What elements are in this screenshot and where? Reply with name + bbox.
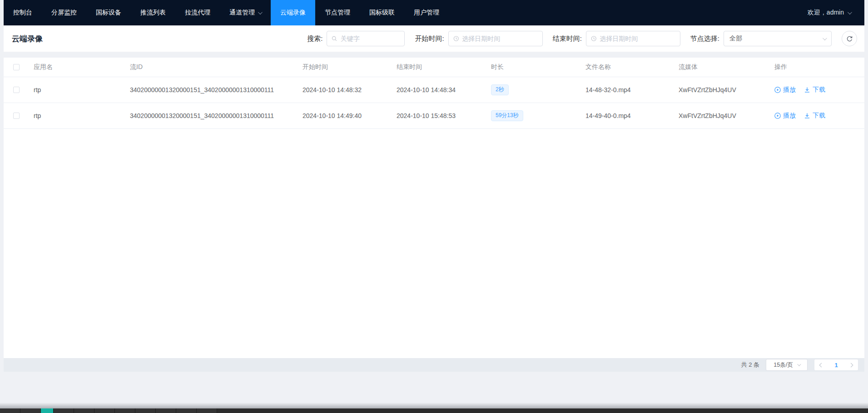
taskbar-segment[interactable] (0, 408, 20, 413)
cell-app: rtp (29, 86, 125, 93)
cell-end-time: 2024-10-10 14:48:34 (392, 86, 486, 93)
pager: 1 (814, 359, 858, 371)
download-button[interactable]: 下载 (804, 112, 825, 120)
cell-file-name: 14-49-40-0.mp4 (581, 112, 674, 119)
row-checkbox-cell (4, 113, 29, 119)
clock-icon (591, 35, 597, 42)
page-size-value: 15条/页 (774, 361, 793, 369)
node-select-value: 全部 (729, 34, 742, 43)
table-empty-space (4, 129, 864, 358)
page-title: 云端录像 (12, 34, 43, 44)
cell-app: rtp (29, 112, 125, 119)
taskbar-segment[interactable] (74, 408, 94, 413)
taskbar (0, 408, 868, 413)
next-page-icon[interactable] (849, 363, 853, 367)
end-time-input-wrapper (586, 31, 680, 46)
table-row: rtp 34020000001320000151_340200000013100… (4, 103, 864, 129)
nav-item-split-screen-monitor[interactable]: 分屏监控 (42, 0, 86, 25)
play-label: 播放 (783, 86, 796, 94)
search-input-wrapper (327, 31, 405, 46)
app-window: 控制台 分屏监控 国标设备 推流列表 拉流代理 通道管理 云端录像 节点管理 国… (4, 0, 864, 372)
search-label: 搜索: (307, 34, 322, 43)
duration-badge: 2秒 (491, 84, 509, 95)
search-icon (332, 35, 337, 42)
cell-actions: 播放 下载 (770, 112, 864, 120)
taskbar-segment[interactable] (156, 408, 176, 413)
filter-toolbar: 云端录像 搜索: 开始时间: 结束时间: (4, 25, 864, 52)
taskbar-segment[interactable] (197, 408, 217, 413)
welcome-text: 欢迎，admin (808, 9, 844, 17)
top-nav: 控制台 分屏监控 国标设备 推流列表 拉流代理 通道管理 云端录像 节点管理 国… (4, 0, 864, 25)
page-size-select[interactable]: 15条/页 (766, 359, 808, 371)
cell-media-server: XwFtVZrtZbHJq4UV (674, 112, 770, 119)
download-icon (804, 113, 810, 119)
row-checkbox[interactable] (13, 113, 20, 119)
nav-item-cloud-recording[interactable]: 云端录像 (271, 0, 315, 25)
nav-item-label: 通道管理 (229, 9, 255, 17)
start-time-label: 开始时间: (415, 34, 444, 43)
col-header-stream-id: 流ID (125, 63, 298, 71)
nav-item-gb-cascade[interactable]: 国标级联 (360, 0, 404, 25)
start-time-input-wrapper (448, 31, 543, 46)
recordings-table-card: 应用名 流ID 开始时间 结束时间 时长 文件名称 流媒体 操作 rtp 340… (4, 58, 864, 372)
nav-item-node-management[interactable]: 节点管理 (315, 0, 360, 25)
cell-stream-id: 34020000001320000151_3402000000131000011… (125, 112, 298, 119)
play-button[interactable]: 播放 (774, 86, 796, 94)
taskbar-segment[interactable] (115, 408, 135, 413)
cell-start-time: 2024-10-10 14:48:32 (298, 86, 392, 93)
nav-item-user-management[interactable]: 用户管理 (404, 0, 449, 25)
col-header-app: 应用名 (29, 63, 125, 71)
clock-icon (453, 35, 459, 42)
node-select-label: 节点选择: (690, 34, 719, 43)
col-header-media-server: 流媒体 (674, 63, 770, 71)
end-time-label: 结束时间: (553, 34, 582, 43)
chevron-down-icon (258, 10, 263, 15)
prev-page-icon[interactable] (819, 363, 824, 367)
search-group: 搜索: (307, 31, 405, 46)
search-input[interactable] (341, 35, 400, 42)
start-time-input[interactable] (462, 35, 537, 42)
download-button[interactable]: 下载 (804, 86, 825, 94)
play-circle-icon (774, 113, 781, 119)
download-icon (804, 87, 810, 93)
select-all-checkbox[interactable] (13, 64, 20, 70)
header-checkbox-cell (4, 64, 29, 70)
chevron-down-icon (823, 36, 827, 40)
nav-item-gb-devices[interactable]: 国标设备 (86, 0, 131, 25)
cell-media-server: XwFtVZrtZbHJq4UV (674, 86, 770, 93)
nav-item-pull-stream-proxy[interactable]: 拉流代理 (175, 0, 220, 25)
nav-item-push-stream-list[interactable]: 推流列表 (131, 0, 175, 25)
taskbar-segment[interactable] (20, 408, 41, 413)
taskbar-shadow (0, 403, 868, 408)
refresh-button[interactable] (842, 31, 857, 46)
play-circle-icon (774, 87, 781, 93)
col-header-actions: 操作 (770, 63, 864, 71)
taskbar-spacer (217, 408, 868, 413)
cell-end-time: 2024-10-10 15:48:53 (392, 112, 486, 119)
cell-file-name: 14-48-32-0.mp4 (581, 86, 674, 93)
taskbar-segment-active[interactable] (41, 408, 54, 413)
cell-actions: 播放 下载 (770, 86, 864, 94)
play-button[interactable]: 播放 (774, 112, 796, 120)
end-time-input[interactable] (600, 35, 675, 42)
cell-duration: 2秒 (486, 84, 581, 95)
taskbar-segment[interactable] (94, 408, 115, 413)
user-menu[interactable]: 欢迎，admin (808, 0, 864, 25)
node-select[interactable]: 全部 (724, 31, 832, 46)
nav-item-channel-management[interactable]: 通道管理 (220, 0, 271, 25)
nav-item-console[interactable]: 控制台 (4, 0, 42, 25)
taskbar-segment[interactable] (54, 408, 74, 413)
taskbar-segment[interactable] (176, 408, 197, 413)
current-page[interactable]: 1 (834, 362, 838, 369)
cell-start-time: 2024-10-10 14:49:40 (298, 112, 392, 119)
col-header-start-time: 开始时间 (298, 63, 392, 71)
end-time-group: 结束时间: (553, 31, 680, 46)
row-checkbox[interactable] (13, 87, 20, 93)
taskbar-segment[interactable] (135, 408, 156, 413)
start-time-group: 开始时间: (415, 31, 542, 46)
section-gap (4, 52, 864, 58)
col-header-duration: 时长 (486, 63, 581, 71)
duration-badge: 59分13秒 (491, 110, 523, 121)
cell-stream-id: 34020000001320000151_3402000000131000011… (125, 86, 298, 93)
cell-duration: 59分13秒 (486, 110, 581, 121)
